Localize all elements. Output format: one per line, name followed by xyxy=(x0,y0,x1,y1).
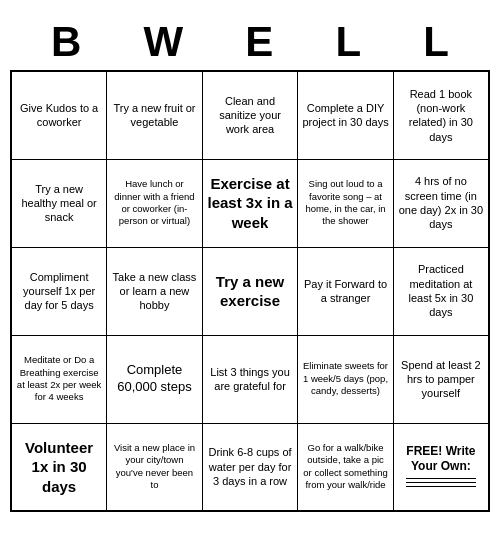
title-letter-l2: L xyxy=(423,18,449,66)
table-row: Volunteer 1x in 30 days Visit a new plac… xyxy=(11,423,489,511)
cell-r3c2: Take a new class or learn a new hobby xyxy=(107,247,203,335)
cell-text: Complete a DIY project in 30 days xyxy=(302,102,388,128)
cell-text: Pay it Forward to a stranger xyxy=(304,278,387,304)
cell-text: Sing out loud to a favorite song – at ho… xyxy=(305,178,385,226)
bingo-grid: Give Kudos to a coworker Try a new fruit… xyxy=(10,70,490,512)
cell-text: Have lunch or dinner with a friend or co… xyxy=(114,178,194,226)
cell-text: Read 1 book (non-work related) in 30 day… xyxy=(409,88,473,143)
table-row: Compliment yourself 1x per day for 5 day… xyxy=(11,247,489,335)
cell-r1c1: Give Kudos to a coworker xyxy=(11,71,107,159)
cell-text: Go for a walk/bike outside, take a pic o… xyxy=(303,442,387,490)
free-space-line2 xyxy=(406,482,476,483)
cell-text: Take a new class or learn a new hobby xyxy=(113,271,197,312)
cell-text: List 3 things you are grateful for xyxy=(210,366,290,392)
free-space-line1 xyxy=(406,478,476,479)
cell-r1c4: Complete a DIY project in 30 days xyxy=(298,71,393,159)
cell-r1c2: Try a new fruit or vegetable xyxy=(107,71,203,159)
cell-text: Compliment yourself 1x per day for 5 day… xyxy=(23,271,95,312)
cell-r5c4: Go for a walk/bike outside, take a pic o… xyxy=(298,423,393,511)
cell-r5c1: Volunteer 1x in 30 days xyxy=(11,423,107,511)
cell-text: Drink 6-8 cups of water per day for 3 da… xyxy=(208,446,291,487)
cell-r2c1: Try a new healthy meal or snack xyxy=(11,159,107,247)
cell-r4c4: Eliminate sweets for 1 week/5 days (pop,… xyxy=(298,335,393,423)
free-space-text: FREE! Write Your Own: xyxy=(398,444,484,475)
cell-r1c5: Read 1 book (non-work related) in 30 day… xyxy=(393,71,489,159)
title-letter-w: W xyxy=(144,18,184,66)
cell-text: Clean and sanitize your work area xyxy=(219,95,281,136)
title-letter-e: E xyxy=(245,18,273,66)
title-letter-l1: L xyxy=(335,18,361,66)
cell-text: Practiced meditation at least 5x in 30 d… xyxy=(408,263,473,318)
cell-text: Give Kudos to a coworker xyxy=(20,102,98,128)
cell-text: Try a new healthy meal or snack xyxy=(22,183,97,224)
cell-r5c3: Drink 6-8 cups of water per day for 3 da… xyxy=(202,423,298,511)
cell-r2c4: Sing out loud to a favorite song – at ho… xyxy=(298,159,393,247)
cell-r1c3: Clean and sanitize your work area xyxy=(202,71,298,159)
cell-text: Spend at least 2 hrs to pamper yourself xyxy=(401,359,481,400)
table-row: Meditate or Do a Breathing exercise at l… xyxy=(11,335,489,423)
cell-r2c2: Have lunch or dinner with a friend or co… xyxy=(107,159,203,247)
cell-text: Complete 60,000 steps xyxy=(117,362,191,394)
title-letter-b: B xyxy=(51,18,81,66)
cell-r3c1: Compliment yourself 1x per day for 5 day… xyxy=(11,247,107,335)
cell-text: Exercise at least 3x in a week xyxy=(208,175,293,231)
cell-r4c1: Meditate or Do a Breathing exercise at l… xyxy=(11,335,107,423)
cell-text: Try a new exercise xyxy=(216,273,284,310)
cell-r2c3: Exercise at least 3x in a week xyxy=(202,159,298,247)
cell-r3c3: Try a new exercise xyxy=(202,247,298,335)
cell-r2c5: 4 hrs of no screen time (in one day) 2x … xyxy=(393,159,489,247)
cell-r4c2: Complete 60,000 steps xyxy=(107,335,203,423)
cell-text: 4 hrs of no screen time (in one day) 2x … xyxy=(399,175,483,230)
table-row: Try a new healthy meal or snack Have lun… xyxy=(11,159,489,247)
cell-r4c5: Spend at least 2 hrs to pamper yourself xyxy=(393,335,489,423)
table-row: Give Kudos to a coworker Try a new fruit… xyxy=(11,71,489,159)
title-row: B W E L L xyxy=(10,10,490,70)
cell-text: Meditate or Do a Breathing exercise at l… xyxy=(17,354,102,402)
cell-text: Volunteer 1x in 30 days xyxy=(25,439,93,495)
cell-text: Try a new fruit or vegetable xyxy=(113,102,195,128)
cell-r5c5: FREE! Write Your Own: xyxy=(393,423,489,511)
cell-r3c4: Pay it Forward to a stranger xyxy=(298,247,393,335)
cell-r3c5: Practiced meditation at least 5x in 30 d… xyxy=(393,247,489,335)
cell-r5c2: Visit a new place in your city/town you'… xyxy=(107,423,203,511)
free-space-line3 xyxy=(406,486,476,487)
cell-text: Eliminate sweets for 1 week/5 days (pop,… xyxy=(303,360,388,396)
cell-r4c3: List 3 things you are grateful for xyxy=(202,335,298,423)
cell-text: Visit a new place in your city/town you'… xyxy=(114,442,195,490)
